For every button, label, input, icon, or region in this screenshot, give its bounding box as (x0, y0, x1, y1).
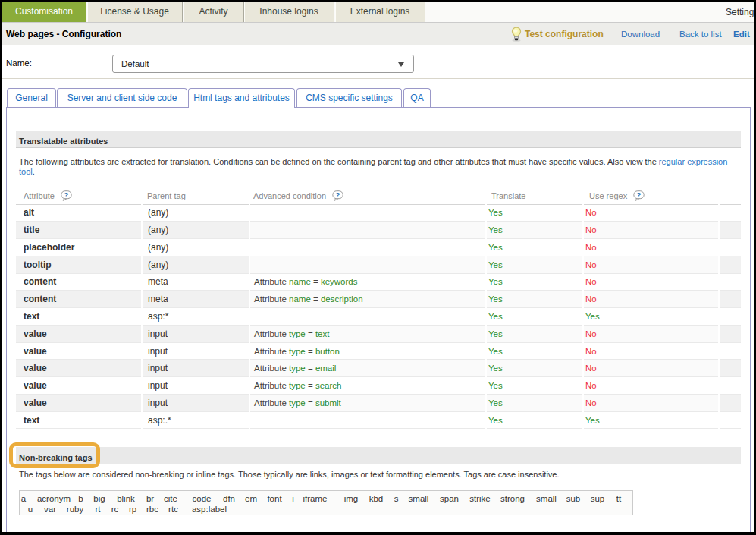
svg-text:?: ? (637, 190, 642, 199)
svg-text:?: ? (336, 190, 340, 199)
svg-text:?: ? (64, 190, 69, 199)
